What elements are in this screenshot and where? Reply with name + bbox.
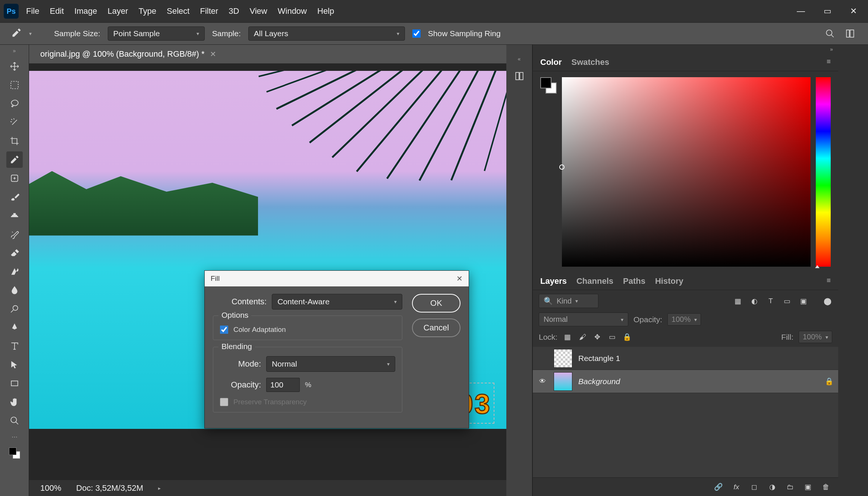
layer-thumbnail[interactable] bbox=[554, 372, 572, 391]
menu-help[interactable]: Help bbox=[317, 6, 334, 16]
tab-paths[interactable]: Paths bbox=[623, 276, 645, 286]
search-icon[interactable] bbox=[823, 27, 837, 40]
zoom-tool[interactable] bbox=[6, 412, 23, 429]
clone-stamp-tool[interactable] bbox=[6, 207, 23, 224]
layer-name[interactable]: Background bbox=[578, 377, 620, 386]
menu-image[interactable]: Image bbox=[74, 6, 97, 16]
tab-color[interactable]: Color bbox=[540, 57, 562, 67]
menu-edit[interactable]: Edit bbox=[50, 6, 64, 16]
rectangle-tool[interactable] bbox=[6, 375, 23, 392]
layer-row-background[interactable]: 👁 Background 🔒 bbox=[533, 370, 838, 393]
layer-opacity-value[interactable]: 100%▾ bbox=[667, 313, 701, 326]
layer-fill-value[interactable]: 100%▾ bbox=[799, 331, 832, 343]
add-adjustment-icon[interactable]: ◑ bbox=[767, 482, 777, 492]
eraser-tool[interactable] bbox=[6, 245, 23, 261]
lock-artboard-icon[interactable]: ▭ bbox=[607, 332, 617, 342]
tab-layers[interactable]: Layers bbox=[540, 276, 567, 286]
menu-3d[interactable]: 3D bbox=[229, 6, 239, 16]
document-tab[interactable]: original.jpg @ 100% (Background, RGB/8#)… bbox=[40, 49, 216, 59]
filter-shape-icon[interactable]: ▭ bbox=[782, 296, 792, 306]
zoom-level[interactable]: 100% bbox=[40, 483, 61, 493]
gradient-tool[interactable] bbox=[6, 263, 23, 280]
panel-menu-icon[interactable]: ≡ bbox=[827, 57, 831, 67]
status-menu-icon[interactable]: ▸ bbox=[158, 485, 161, 491]
layer-row-rectangle[interactable]: Rectangle 1 bbox=[533, 347, 838, 370]
lock-transparency-icon[interactable]: ▦ bbox=[563, 332, 572, 342]
library-panel-icon[interactable] bbox=[513, 69, 526, 83]
healing-brush-tool[interactable] bbox=[6, 170, 23, 186]
brush-tool[interactable] bbox=[6, 189, 23, 205]
tool-preset-chevron-icon[interactable]: ▾ bbox=[29, 31, 32, 37]
magic-wand-tool[interactable] bbox=[6, 114, 23, 131]
layer-filter-select[interactable]: 🔍Kind▾ bbox=[539, 294, 598, 308]
contents-select[interactable]: Content-Aware▾ bbox=[272, 294, 402, 310]
close-button[interactable]: ✕ bbox=[846, 6, 861, 16]
maximize-button[interactable]: ▭ bbox=[820, 6, 835, 16]
workspace-switcher-icon[interactable] bbox=[843, 27, 857, 40]
layer-fx-icon[interactable]: fx bbox=[732, 482, 741, 492]
filter-image-icon[interactable]: ▦ bbox=[733, 296, 743, 306]
hue-slider[interactable] bbox=[816, 77, 831, 267]
foreground-background-swatch[interactable] bbox=[6, 445, 23, 461]
tab-channels[interactable]: Channels bbox=[576, 276, 613, 286]
marquee-tool[interactable] bbox=[6, 77, 23, 93]
menu-select[interactable]: Select bbox=[167, 6, 189, 16]
menu-layer[interactable]: Layer bbox=[108, 6, 128, 16]
filter-toggle-icon[interactable]: ⬤ bbox=[823, 296, 832, 306]
blur-tool[interactable] bbox=[6, 282, 23, 298]
move-tool[interactable] bbox=[6, 58, 23, 75]
hand-tool[interactable] bbox=[6, 394, 23, 410]
crop-tool[interactable] bbox=[6, 133, 23, 149]
lock-pixels-icon[interactable]: 🖌 bbox=[578, 332, 587, 342]
menu-file[interactable]: File bbox=[26, 6, 39, 16]
layer-visibility-toggle[interactable]: 👁 bbox=[537, 377, 548, 385]
type-tool[interactable] bbox=[6, 338, 23, 354]
add-mask-icon[interactable]: ◻ bbox=[749, 482, 759, 492]
dialog-titlebar[interactable]: Fill ✕ bbox=[205, 271, 469, 286]
menu-filter[interactable]: Filter bbox=[200, 6, 218, 16]
layer-lock-icon[interactable]: 🔒 bbox=[825, 377, 834, 386]
cancel-button[interactable]: Cancel bbox=[412, 318, 460, 337]
layer-thumbnail[interactable] bbox=[554, 349, 572, 368]
sample-size-select[interactable]: Point Sample▾ bbox=[108, 26, 205, 41]
filter-type-icon[interactable]: T bbox=[766, 296, 776, 306]
tab-history[interactable]: History bbox=[655, 276, 683, 286]
mode-select[interactable]: Normal▾ bbox=[266, 356, 395, 372]
new-group-icon[interactable]: 🗀 bbox=[785, 482, 795, 492]
minimize-button[interactable]: — bbox=[793, 6, 809, 16]
menu-type[interactable]: Type bbox=[139, 6, 157, 16]
history-brush-tool[interactable] bbox=[6, 226, 23, 242]
panel-menu-icon[interactable]: ≡ bbox=[827, 276, 831, 286]
opacity-input[interactable] bbox=[266, 378, 300, 392]
show-sampling-ring-checkbox[interactable] bbox=[412, 29, 421, 38]
panel-collapse-icon[interactable]: » bbox=[533, 45, 838, 54]
canvas-area[interactable]: 2020 / 09 / 03 Fill ✕ Contents: Content-… bbox=[29, 63, 506, 480]
new-layer-icon[interactable]: ▣ bbox=[803, 482, 813, 492]
menu-view[interactable]: View bbox=[249, 6, 267, 16]
delete-layer-icon[interactable]: 🗑 bbox=[821, 482, 831, 492]
lock-position-icon[interactable]: ✥ bbox=[592, 332, 602, 342]
toolbox-more-icon[interactable]: ⋯ bbox=[12, 433, 18, 440]
menu-window[interactable]: Window bbox=[278, 6, 307, 16]
color-spectrum[interactable] bbox=[562, 77, 811, 267]
dodge-tool[interactable] bbox=[6, 301, 23, 317]
tab-swatches[interactable]: Swatches bbox=[571, 57, 609, 67]
filter-smartobject-icon[interactable]: ▣ bbox=[799, 296, 808, 306]
dialog-close-icon[interactable]: ✕ bbox=[456, 274, 463, 283]
blend-mode-select[interactable]: Normal▾ bbox=[539, 313, 628, 326]
sample-select[interactable]: All Layers▾ bbox=[248, 26, 405, 41]
fg-bg-color-swatch[interactable] bbox=[540, 77, 557, 94]
eyedropper-tool[interactable] bbox=[6, 151, 23, 168]
pen-tool[interactable] bbox=[6, 319, 23, 336]
filter-adjustment-icon[interactable]: ◐ bbox=[749, 296, 759, 306]
dock-expand-icon[interactable]: « bbox=[518, 56, 521, 62]
color-adaptation-checkbox[interactable] bbox=[220, 326, 228, 334]
ok-button[interactable]: OK bbox=[412, 294, 460, 313]
document-tab-close-icon[interactable]: ✕ bbox=[210, 50, 216, 59]
link-layers-icon[interactable]: 🔗 bbox=[714, 482, 723, 492]
lock-all-icon[interactable]: 🔒 bbox=[622, 332, 632, 342]
foreground-color-swatch[interactable] bbox=[540, 77, 551, 88]
path-selection-tool[interactable] bbox=[6, 357, 23, 373]
toolbox-collapse-icon[interactable]: » bbox=[13, 48, 16, 54]
hue-slider-thumb[interactable] bbox=[815, 265, 820, 268]
